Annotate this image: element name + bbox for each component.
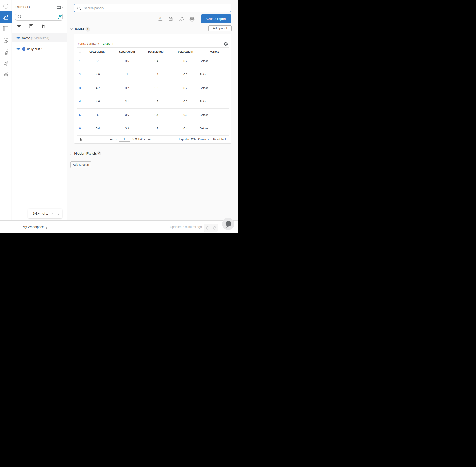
svg-text:i: i [5, 4, 6, 8]
svg-text:x: x [159, 16, 161, 20]
